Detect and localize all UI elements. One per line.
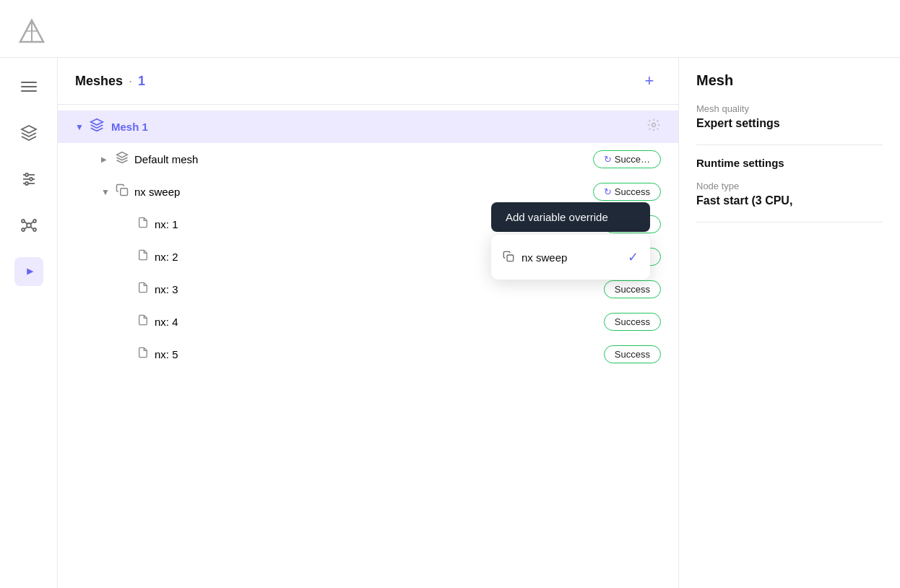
expand-spacer-nx4: ▶ (123, 317, 137, 327)
tree-container: ▼ Mesh 1 ▶ (58, 105, 678, 588)
svg-point-21 (652, 124, 656, 127)
node-type-label: Node type (696, 181, 883, 191)
svg-point-8 (30, 178, 33, 181)
svg-point-12 (33, 220, 36, 222)
nx3-label: nx: 3 (155, 283, 604, 295)
sidebar-item-menu[interactable] (14, 72, 43, 101)
left-sidebar (0, 58, 58, 588)
svg-line-15 (25, 222, 27, 224)
divider-1 (696, 144, 883, 145)
nx-sweep-label: nx sweep (134, 186, 593, 198)
nx5-status: Success (604, 345, 661, 363)
file-icon-nx4 (137, 314, 149, 330)
tree-item-nx4[interactable]: ▶ nx: 4 Success (58, 306, 678, 338)
expand-arrow-sweep[interactable]: ▼ (101, 187, 116, 197)
panel-title: Meshes · 1 (75, 74, 145, 89)
right-panel: Mesh Mesh quality Expert settings Runtim… (679, 58, 900, 588)
file-icon-nx5 (137, 346, 149, 363)
svg-point-9 (25, 182, 28, 185)
panel-title-text: Meshes (75, 74, 123, 89)
refresh-icon-sweep: ↻ (604, 186, 612, 197)
nx4-label: nx: 4 (155, 316, 604, 328)
sidebar-item-sliders[interactable] (14, 165, 43, 194)
tree-item-mesh1[interactable]: ▼ Mesh 1 (58, 111, 678, 143)
cube-icon-default (116, 151, 129, 168)
nx4-status: Success (604, 313, 661, 331)
nx5-label: nx: 5 (155, 348, 604, 360)
expand-arrow-mesh1[interactable]: ▼ (75, 122, 90, 132)
refresh-icon-default: ↻ (604, 154, 612, 165)
divider-2 (696, 222, 883, 222)
mesh-quality-value: Expert settings (696, 117, 883, 130)
sidebar-item-cube[interactable] (14, 118, 43, 147)
svg-point-7 (25, 173, 28, 176)
mesh1-label: Mesh 1 (111, 121, 646, 133)
svg-point-13 (22, 228, 25, 231)
cube-icon (20, 124, 38, 142)
default-mesh-status: ↻ Succe… (593, 150, 661, 168)
top-bar (0, 0, 900, 58)
dropdown-menu[interactable]: nx sweep ✓ (491, 235, 650, 280)
nx-sweep-status: ↻ Success (593, 183, 661, 201)
tree-item-nx5[interactable]: ▶ nx: 5 Success (58, 338, 678, 371)
right-panel-title: Mesh (696, 72, 883, 89)
svg-rect-23 (507, 255, 514, 261)
dropdown-overlay: Add variable override nx sweep ✓ (491, 202, 650, 280)
default-mesh-label: Default mesh (134, 153, 593, 165)
expand-spacer-nx3: ▶ (123, 285, 137, 295)
node-type-group: Node type Fast start (3 CPU, (696, 181, 883, 207)
svg-point-14 (33, 228, 36, 231)
svg-line-17 (25, 227, 27, 229)
expand-arrow-default[interactable]: ▶ (101, 155, 116, 163)
file-icon-nx3 (137, 281, 149, 298)
dropdown-item-nx-sweep[interactable]: nx sweep ✓ (491, 241, 650, 274)
panel-header: Meshes · 1 + (58, 58, 678, 105)
add-button[interactable]: + (638, 69, 661, 92)
mesh-quality-group: Mesh quality Expert settings (696, 103, 883, 130)
mesh-quality-label: Mesh quality (696, 103, 883, 114)
middle-panel: Meshes · 1 + ▼ Mesh 1 (58, 58, 679, 588)
main-layout: Meshes · 1 + ▼ Mesh 1 (0, 58, 900, 588)
sliders-icon (20, 170, 38, 188)
logo (14, 14, 43, 43)
expand-spacer-nx2: ▶ (123, 252, 137, 262)
network-icon (20, 217, 38, 234)
sidebar-item-network[interactable] (14, 211, 43, 240)
cube-icon-mesh1 (90, 118, 104, 136)
node-type-value: Fast start (3 CPU, (696, 194, 883, 207)
svg-point-11 (22, 220, 25, 222)
svg-line-18 (30, 227, 33, 229)
runtime-settings-title: Runtime settings (696, 157, 883, 169)
tree-item-default-mesh[interactable]: ▶ Default mesh ↻ Succe… (58, 143, 678, 176)
sidebar-item-play[interactable] (14, 257, 43, 286)
play-icon (21, 264, 37, 280)
file-icon-nx2 (137, 248, 149, 265)
panel-count: 1 (138, 74, 145, 89)
hamburger-icon (21, 82, 37, 92)
nx3-status: Success (604, 280, 661, 298)
check-icon: ✓ (628, 249, 639, 265)
svg-line-16 (30, 222, 33, 224)
expand-spacer-nx1: ▶ (123, 220, 137, 230)
svg-rect-22 (121, 189, 128, 196)
settings-icon-mesh1[interactable] (646, 118, 661, 136)
expand-spacer-nx5: ▶ (123, 350, 137, 360)
file-icon-nx1 (137, 216, 149, 233)
copy-icon-sweep (116, 183, 129, 200)
tooltip-add-variable: Add variable override (491, 202, 650, 232)
copy-icon-dropdown (503, 251, 514, 264)
dropdown-item-label: nx sweep (522, 251, 567, 264)
